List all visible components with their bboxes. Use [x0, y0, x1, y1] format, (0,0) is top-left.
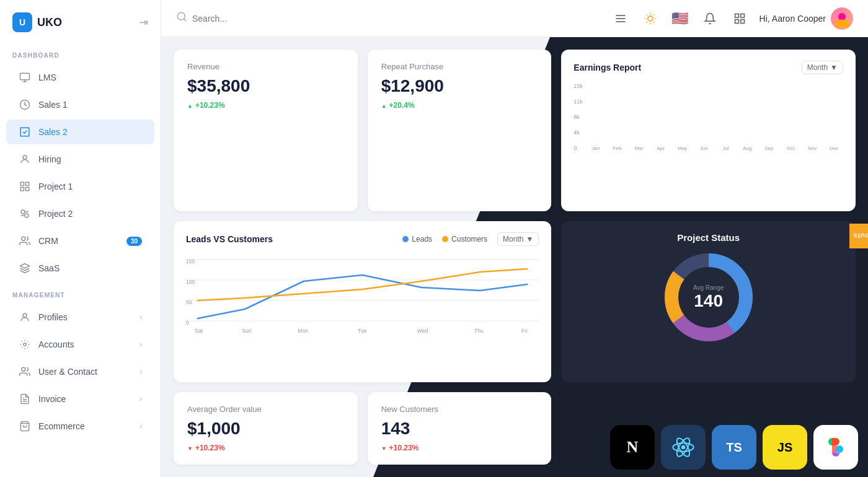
react-icon — [671, 435, 696, 460]
sidebar-item-sales1[interactable]: Sales 1 — [6, 92, 154, 117]
leads-title: Leads VS Customers — [186, 234, 273, 244]
sidebar-item-sales1-label: Sales 1 — [38, 100, 68, 110]
svg-rect-22 — [740, 14, 744, 17]
month-selector[interactable]: Month ▼ — [802, 61, 843, 74]
svg-rect-4 — [26, 182, 29, 185]
content: Revenue $35,800 +10.23% Repeat Purchase … — [161, 37, 868, 477]
leads-header: Leads VS Customers Leads Customers — [186, 232, 539, 246]
management-section-label: MANAGEMENT — [0, 282, 161, 304]
sidebar-item-sales2[interactable]: Sales 2 — [6, 120, 154, 144]
avg-order-card: Average Order value $1,000 +10.23% — [174, 392, 358, 465]
leads-period-label: Month — [503, 235, 523, 243]
svg-point-16 — [177, 12, 185, 20]
sidebar-item-accounts[interactable]: Accounts › — [6, 332, 154, 357]
svg-text:Fri: Fri — [521, 327, 528, 333]
svg-point-50 — [836, 445, 843, 453]
tech-icon-react[interactable] — [661, 425, 706, 470]
sidebar-item-project1-label: Project 1 — [38, 182, 73, 191]
tech-icon-nextjs[interactable]: N — [610, 425, 655, 470]
svg-point-2 — [23, 155, 27, 159]
invoice-icon — [19, 393, 31, 405]
sidebar-item-project2[interactable]: Project 2 — [6, 201, 154, 226]
earnings-title: Earnings Report — [574, 63, 641, 72]
svg-point-8 — [25, 214, 29, 217]
svg-point-11 — [24, 343, 27, 346]
menu-icon[interactable] — [611, 9, 631, 28]
legend-leads-label: Leads — [412, 235, 432, 243]
avg-order-value: $1,000 — [187, 419, 344, 439]
bar-dec: Dec — [830, 146, 838, 151]
saas-icon — [19, 262, 31, 274]
legend-customers: Customers — [442, 235, 487, 243]
lms-icon — [19, 71, 31, 84]
earnings-header: Earnings Report Month ▼ — [574, 61, 843, 74]
svg-text:0: 0 — [186, 319, 189, 325]
sales2-icon — [19, 126, 31, 138]
accounts-arrow: › — [140, 340, 142, 349]
bar-mar: Mar — [635, 146, 644, 151]
dashboard-section-label: DASHBOARD — [0, 42, 161, 64]
y-label-11k: 11k — [574, 98, 583, 105]
legend-customers-dot — [442, 236, 448, 242]
svg-rect-5 — [20, 188, 24, 191]
svg-rect-21 — [735, 14, 738, 17]
apps-icon[interactable] — [730, 9, 750, 28]
repeat-purchase-change: +20.4% — [381, 101, 538, 110]
svg-rect-3 — [20, 182, 24, 185]
tech-icon-figma[interactable] — [813, 425, 858, 470]
revenue-change: +10.23% — [187, 101, 344, 110]
sidebar-item-profiles[interactable]: Profiles › — [6, 305, 154, 330]
sidebar-item-lms[interactable]: LMS — [6, 65, 154, 90]
greeting-text: Hi, Aaron Cooper — [760, 14, 826, 24]
sidebar-item-hiring[interactable]: Hiring — [6, 147, 154, 172]
donut-avg-label: Avg Range — [693, 284, 724, 291]
leads-legend: Leads Customers — [402, 235, 487, 243]
search-wrap — [176, 11, 601, 25]
logo: U UKO — [12, 12, 62, 32]
nextjs-label: N — [627, 438, 639, 457]
bar-feb: Feb — [613, 146, 622, 151]
sidebar-item-ecommerce[interactable]: Ecommerce › — [6, 414, 154, 439]
topbar: 🇺🇸 Hi, Aaron Cooper — [161, 0, 868, 37]
leads-period-selector[interactable]: Month ▼ — [497, 232, 539, 246]
sales1-icon — [19, 98, 31, 111]
collapse-button[interactable]: ⇥ — [139, 15, 148, 29]
invoice-arrow: › — [140, 395, 142, 403]
sidebar-item-lms-label: LMS — [38, 72, 56, 82]
new-customers-change: +10.23% — [381, 444, 538, 452]
repeat-purchase-value: $12,900 — [381, 76, 538, 96]
bar-sep: Sep — [764, 146, 773, 151]
bar-jul: Jul — [722, 146, 728, 151]
svg-text:100: 100 — [186, 278, 195, 284]
sidebar-item-saas[interactable]: SaaS — [6, 256, 154, 281]
cards-grid: Revenue $35,800 +10.23% Repeat Purchase … — [161, 37, 868, 477]
sidebar-item-user-contact-label: User & Contact — [38, 367, 97, 377]
sidebar-item-invoice[interactable]: Invoice › — [6, 387, 154, 411]
repeat-purchase-card: Repeat Purchase $12,900 +20.4% — [368, 50, 552, 211]
project-status-title: Project Status — [677, 232, 740, 243]
y-label-15k: 15k — [574, 83, 583, 89]
layouts-tab[interactable]: Layouts — [849, 224, 868, 248]
tech-icon-javascript[interactable]: JS — [763, 425, 807, 470]
search-input[interactable] — [192, 14, 316, 24]
tech-icon-typescript[interactable]: TS — [712, 425, 756, 470]
sidebar-item-crm[interactable]: CRM 30 — [6, 229, 154, 253]
logo-icon: U — [12, 12, 32, 32]
sidebar-item-hiring-label: Hiring — [38, 154, 61, 164]
user-greeting: Hi, Aaron Cooper — [760, 7, 853, 30]
svg-point-7 — [21, 210, 25, 214]
bar-oct: Oct — [787, 146, 794, 151]
svg-point-9 — [22, 237, 25, 240]
sidebar-item-user-contact[interactable]: User & Contact › — [6, 359, 154, 384]
notification-icon[interactable] — [700, 9, 720, 28]
ecommerce-arrow: › — [140, 422, 142, 431]
flag-icon[interactable]: 🇺🇸 — [670, 9, 690, 28]
logo-text: UKO — [37, 16, 62, 29]
donut-chart: Avg Range 140 — [659, 248, 758, 347]
repeat-purchase-arrow — [381, 101, 387, 110]
bar-jun: Jun — [700, 146, 708, 151]
y-label-0: 0 — [574, 145, 583, 151]
theme-icon[interactable] — [640, 9, 660, 28]
typescript-label: TS — [726, 440, 742, 455]
sidebar-item-project1[interactable]: Project 1 — [6, 174, 154, 199]
